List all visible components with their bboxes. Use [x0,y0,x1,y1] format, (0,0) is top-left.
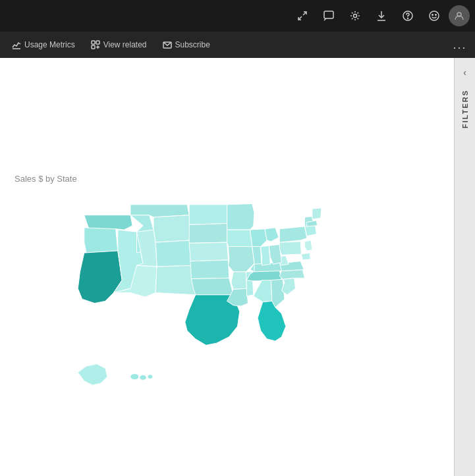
state-mi[interactable] [264,228,278,242]
state-ca[interactable] [78,251,122,304]
svg-point-11 [435,14,437,16]
state-me[interactable] [312,208,321,219]
map-container [53,192,402,405]
filters-collapse-button[interactable]: ‹ [456,63,474,82]
state-wi[interactable] [250,229,267,247]
chart-title: Sales $ by State [14,174,443,184]
state-nm[interactable] [155,265,196,295]
state-ks[interactable] [190,260,229,279]
alaska-group [78,364,107,385]
more-options-button[interactable]: ... [450,35,470,55]
main-area: Sales $ by State [0,58,475,476]
filters-panel: ‹ FILTERS [454,58,475,476]
state-hi-2[interactable] [139,375,146,381]
subscribe-label: Subscribe [175,40,210,49]
state-fl[interactable] [258,301,286,341]
state-co[interactable] [155,240,193,267]
avatar-button[interactable] [449,5,470,26]
comment-button[interactable] [317,4,341,28]
state-ar[interactable] [231,272,246,290]
expand-button[interactable] [291,4,314,28]
top-toolbar [0,0,475,32]
svg-point-8 [408,18,408,19]
view-related-label: View related [103,40,147,49]
state-al[interactable] [253,280,271,302]
svg-rect-16 [92,45,95,49]
help-button[interactable] [396,4,420,28]
state-mn[interactable] [227,203,254,230]
state-nd[interactable] [189,205,227,225]
us-map[interactable] [53,192,389,402]
svg-rect-15 [96,41,99,44]
usage-metrics-label: Usage Metrics [24,40,75,49]
smiley-button[interactable] [422,4,446,28]
svg-point-9 [430,11,439,20]
state-or[interactable] [84,228,117,253]
state-ok[interactable] [191,278,233,295]
state-wy[interactable] [154,215,191,242]
state-ne[interactable] [189,242,228,261]
state-ak[interactable] [78,364,107,385]
subscribe-button[interactable]: Subscribe [156,38,217,52]
state-mo[interactable] [228,247,254,272]
state-nj[interactable] [304,240,312,251]
state-hi-1[interactable] [130,374,138,380]
content-area: Sales $ by State [0,58,454,476]
state-ia[interactable] [227,230,252,247]
svg-rect-14 [92,41,95,44]
filters-label: FILTERS [461,90,469,128]
svg-point-4 [354,14,357,18]
svg-point-10 [432,14,433,16]
svg-rect-2 [324,11,333,18]
state-sc[interactable] [281,278,295,295]
svg-line-3 [324,18,326,20]
state-md[interactable] [301,253,310,260]
state-pa[interactable] [279,242,301,255]
state-ny[interactable] [279,226,306,242]
second-toolbar: Usage Metrics View related Subscribe ... [0,32,475,58]
state-hi-3[interactable] [148,375,153,379]
settings-button[interactable] [343,4,367,28]
hawaii-group [130,374,152,381]
usage-metrics-button[interactable]: Usage Metrics [5,38,82,52]
download-button[interactable] [370,4,393,28]
view-related-button[interactable]: View related [84,38,154,52]
state-in[interactable] [260,246,270,265]
state-sd[interactable] [189,223,227,243]
